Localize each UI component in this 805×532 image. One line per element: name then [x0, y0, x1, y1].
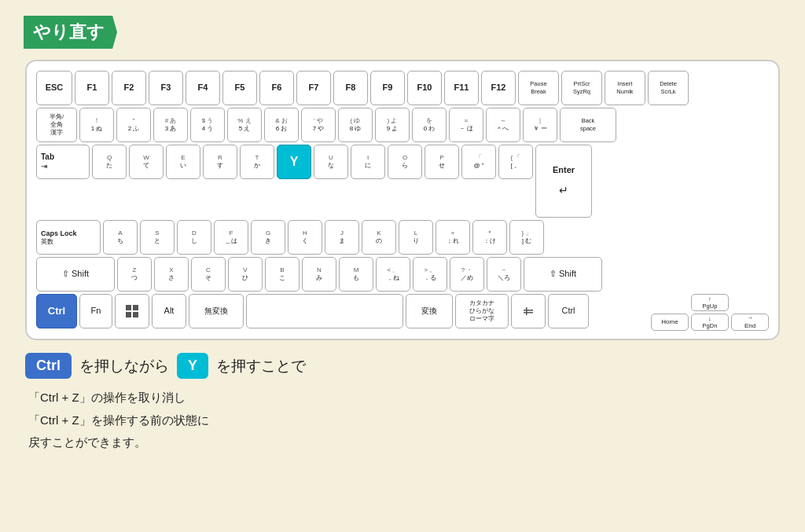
key-row-shift: ⇧ Shift Zつ Xさ Cそ Vひ Bこ Nみ Mも < 、，ね > 。．る…: [36, 257, 769, 292]
key-w[interactable]: Wて: [129, 145, 164, 179]
key-f8[interactable]: F8: [333, 71, 368, 105]
key-0[interactable]: を0 わ: [412, 108, 447, 142]
key-f[interactable]: F＿は: [214, 220, 248, 255]
key-u[interactable]: Uな: [314, 145, 348, 179]
key-delete[interactable]: DeleteScrLk: [648, 71, 689, 105]
key-c[interactable]: Cそ: [191, 257, 226, 292]
key-row-bottom: Ctrl Fn Alt 無変換 変換 カタカナひらがなローマ字 Ctrl: [36, 294, 646, 328]
key-y[interactable]: Y: [277, 145, 311, 179]
key-d[interactable]: Dし: [177, 220, 211, 255]
key-capslock[interactable]: Caps Lock英数: [36, 220, 101, 255]
key-r[interactable]: Rす: [203, 145, 237, 179]
key-e[interactable]: Eい: [166, 145, 200, 179]
key-g[interactable]: Gき: [251, 220, 285, 255]
key-h[interactable]: Hく: [288, 220, 322, 255]
key-f3[interactable]: F3: [149, 71, 183, 105]
key-bracket-r[interactable]: } 」] む: [509, 220, 544, 255]
key-end[interactable]: →End: [731, 314, 769, 331]
key-b[interactable]: Bこ: [265, 257, 300, 292]
key-space[interactable]: [246, 294, 403, 328]
key-4[interactable]: $ う4 う: [190, 108, 225, 142]
page-title: やり直す: [24, 16, 117, 49]
desc-ctrl-key: Ctrl: [25, 353, 72, 379]
key-alt-left[interactable]: Alt: [152, 294, 186, 328]
shortcut-description-line: Ctrl を押しながら Y を押すことで: [25, 353, 780, 379]
description-section: Ctrl を押しながら Y を押すことで 「Ctrl + Z」の操作を取り消し …: [25, 353, 780, 454]
key-x[interactable]: Xさ: [154, 257, 189, 292]
key-pgdn[interactable]: ↓PgDn: [691, 314, 729, 331]
desc-end-text: を押すことで: [216, 356, 306, 376]
key-underscore[interactable]: －＼ろ: [487, 257, 521, 292]
key-comma[interactable]: < 、，ね: [376, 257, 410, 292]
key-6[interactable]: & お6 お: [264, 108, 299, 142]
key-f7[interactable]: F7: [296, 71, 331, 105]
key-minus[interactable]: ＝－ ほ: [449, 108, 483, 142]
svg-rect-5: [524, 312, 533, 314]
key-at[interactable]: 「@ ": [461, 145, 496, 179]
key-l[interactable]: Lり: [399, 220, 433, 255]
key-yen[interactable]: ｜￥ ー: [523, 108, 557, 142]
key-backspace[interactable]: Backspace: [560, 108, 616, 142]
key-z[interactable]: Zつ: [117, 257, 152, 292]
key-f10[interactable]: F10: [407, 71, 442, 105]
key-f2[interactable]: F2: [112, 71, 146, 105]
key-f9[interactable]: F9: [370, 71, 405, 105]
key-esc[interactable]: ESC: [36, 71, 72, 105]
key-t[interactable]: Tか: [240, 145, 274, 179]
key-5[interactable]: % え5 え: [227, 108, 262, 142]
key-enter[interactable]: Enter↵: [535, 145, 592, 218]
key-row-caps: Caps Lock英数 Aち Sと Dし F＿は Gき Hく Jま Kの Lり …: [36, 220, 769, 255]
desc-body-line2: 「Ctrl + Z」を操作する前の状態に: [28, 409, 780, 432]
key-f4[interactable]: F4: [186, 71, 220, 105]
key-k[interactable]: Kの: [362, 220, 396, 255]
key-3[interactable]: # あ3 あ: [153, 108, 188, 142]
key-row-function: ESC F1 F2 F3 F4 F5 F6 F7 F8 F9 F10 F11 F…: [36, 71, 769, 105]
key-ctrl-right[interactable]: Ctrl: [548, 294, 589, 328]
key-shift-right[interactable]: ⇧ Shift: [524, 257, 602, 292]
key-colon[interactable]: ＊：け: [472, 220, 507, 255]
key-shift-left[interactable]: ⇧ Shift: [36, 257, 115, 292]
key-insert[interactable]: InsertNumlk: [605, 71, 645, 105]
key-tab[interactable]: Tab⇥: [36, 145, 90, 179]
key-hankaku[interactable]: 半角/全角漢字: [36, 108, 77, 142]
key-7[interactable]: ' や7 や: [301, 108, 336, 142]
key-henkan[interactable]: 変換: [406, 294, 453, 328]
key-caret[interactable]: ～^ へ: [486, 108, 520, 142]
key-katakana[interactable]: カタカナひらがなローマ字: [455, 294, 509, 328]
key-q[interactable]: Qた: [92, 145, 127, 179]
key-prtscr[interactable]: PrtScrSyzRq: [561, 71, 602, 105]
key-a[interactable]: Aち: [103, 220, 138, 255]
key-2[interactable]: "2 ふ: [116, 108, 151, 142]
key-i[interactable]: Iに: [351, 145, 385, 179]
key-f5[interactable]: F5: [222, 71, 257, 105]
key-v[interactable]: Vひ: [228, 257, 263, 292]
desc-y-key: Y: [177, 353, 208, 379]
key-j[interactable]: Jま: [325, 220, 359, 255]
key-f6[interactable]: F6: [259, 71, 294, 105]
key-8[interactable]: ( ゆ8 ゆ: [338, 108, 373, 142]
key-f12[interactable]: F12: [481, 71, 516, 105]
key-pause[interactable]: PauseBreak: [518, 71, 559, 105]
key-fn[interactable]: Fn: [79, 294, 112, 328]
key-slash[interactable]: ? ・／め: [450, 257, 484, 292]
key-ctrl-left[interactable]: Ctrl: [36, 294, 77, 328]
key-s[interactable]: Sと: [140, 220, 175, 255]
key-m[interactable]: Mも: [339, 257, 373, 292]
key-period[interactable]: > 。．る: [413, 257, 447, 292]
key-pgup[interactable]: ↑PgUp: [691, 294, 729, 311]
key-muhenkan[interactable]: 無変換: [189, 294, 244, 328]
key-kana[interactable]: [511, 294, 546, 328]
key-bracket-l[interactable]: { 「[ 。: [498, 145, 533, 179]
key-1[interactable]: ！1 ぬ: [79, 108, 114, 142]
key-home[interactable]: Home: [651, 314, 689, 331]
svg-rect-2: [126, 312, 131, 317]
key-f1[interactable]: F1: [75, 71, 109, 105]
key-n[interactable]: Nみ: [302, 257, 336, 292]
key-p[interactable]: Pせ: [425, 145, 459, 179]
key-o[interactable]: Oら: [388, 145, 422, 179]
key-windows[interactable]: [115, 294, 149, 328]
svg-rect-1: [133, 305, 138, 310]
key-9[interactable]: ) よ9 よ: [375, 108, 410, 142]
key-semicolon[interactable]: ＋；れ: [436, 220, 470, 255]
key-f11[interactable]: F11: [444, 71, 479, 105]
